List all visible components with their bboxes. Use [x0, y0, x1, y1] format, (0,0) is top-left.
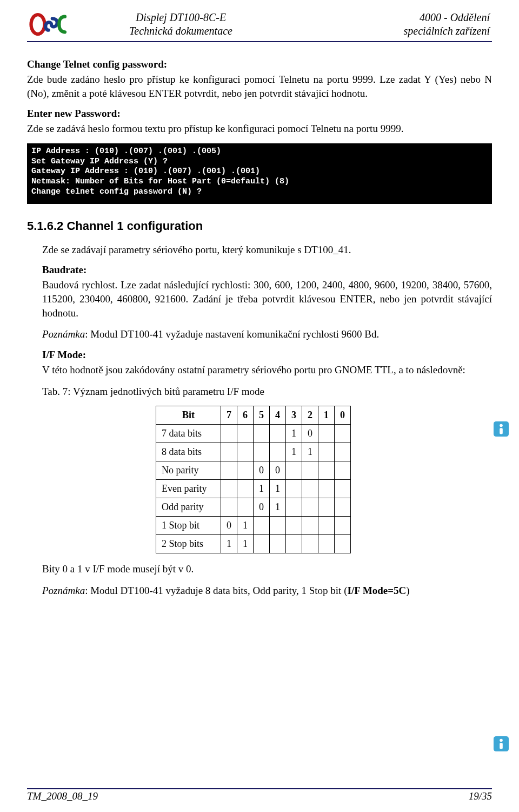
- table-row: 8 data bits11: [156, 443, 351, 461]
- table-cell: [318, 480, 335, 498]
- table-cell: [237, 425, 254, 443]
- table-row: Even parity11: [156, 480, 351, 498]
- header-left-line2: Technická dokumentace: [78, 24, 284, 38]
- page-footer: TM_2008_08_19 19/35: [27, 788, 492, 802]
- table-cell: [335, 443, 351, 461]
- table-cell: 1: [270, 498, 286, 517]
- table-cell: [318, 498, 335, 517]
- table-row: 1 Stop bit01: [156, 517, 351, 535]
- table-header-cell: 0: [335, 406, 351, 425]
- table-cell: [237, 461, 254, 480]
- table-cell: 1: [237, 535, 254, 553]
- note-ifmode-text: : Modul DT100-41 vyžaduje 8 data bits, O…: [85, 585, 347, 596]
- table-cell: [335, 461, 351, 480]
- table-cell: [221, 443, 237, 461]
- table-cell: [318, 517, 335, 535]
- table-cell: [221, 461, 237, 480]
- section-heading-channel1: 5.1.6.2 Channel 1 configuration: [27, 219, 492, 233]
- table-cell: 0: [270, 461, 286, 480]
- table-cell: [270, 443, 286, 461]
- table-cell: [302, 498, 318, 517]
- table-cell: [270, 517, 286, 535]
- table-header-cell: 4: [270, 406, 286, 425]
- paragraph-ifmode: V této hodnotě jsou zakódovány ostatní p…: [42, 363, 492, 377]
- table-row-label: 2 Stop bits: [156, 535, 221, 553]
- header-left: Displej DT100-8C-E Technická dokumentace: [78, 11, 284, 38]
- table-header-cell: 3: [286, 406, 302, 425]
- table-cell: [302, 535, 318, 553]
- note-label-2: Poznámka: [42, 585, 85, 596]
- table-header-cell: 7: [221, 406, 237, 425]
- footer-left: TM_2008_08_19: [27, 790, 98, 802]
- terminal-output: IP Address : (010) .(007) .(001) .(005) …: [27, 143, 492, 204]
- note-baudrate: Poznámka: Modul DT100-41 vyžaduje nastav…: [42, 327, 492, 341]
- table-cell: [335, 480, 351, 498]
- table-cell: [318, 461, 335, 480]
- heading-enter-password: Enter new Password:: [27, 108, 492, 120]
- table-cell: [286, 535, 302, 553]
- table-cell: [302, 461, 318, 480]
- paragraph-enter-password: Zde se zadává heslo formou textu pro pří…: [27, 122, 492, 136]
- svg-rect-6: [500, 743, 503, 749]
- table-cell: [237, 443, 254, 461]
- company-logo: [27, 11, 76, 38]
- table-cell: [318, 535, 335, 553]
- table-row: Odd parity01: [156, 498, 351, 517]
- table-cell: [270, 535, 286, 553]
- info-icon: [493, 736, 509, 752]
- footer-right: 19/35: [469, 790, 492, 802]
- table-cell: 0: [254, 498, 270, 517]
- header-right-line1: 4000 - Oddělení: [284, 11, 490, 24]
- table-cell: [286, 498, 302, 517]
- table-cell: [254, 443, 270, 461]
- table-row: 7 data bits10: [156, 425, 351, 443]
- header-right: 4000 - Oddělení speciálních zařízení: [284, 11, 492, 38]
- table-cell: [254, 517, 270, 535]
- table-cell: [270, 425, 286, 443]
- note-label: Poznámka: [42, 328, 85, 340]
- heading-baudrate: Baudrate:: [42, 264, 492, 276]
- table-cell: [286, 517, 302, 535]
- page-header: Displej DT100-8C-E Technická dokumentace…: [27, 11, 492, 42]
- note-ifmode-close: ): [406, 585, 409, 596]
- table-cell: 0: [302, 425, 318, 443]
- table-cell: [335, 517, 351, 535]
- table-row-label: 8 data bits: [156, 443, 221, 461]
- svg-point-0: [31, 15, 45, 34]
- heading-ifmode: I/F Mode:: [42, 349, 492, 361]
- header-right-line2: speciálních zařízení: [284, 24, 490, 38]
- table-cell: [286, 480, 302, 498]
- svg-point-5: [500, 739, 503, 742]
- paragraph-baudrate: Baudová rychlost. Lze zadat následující …: [42, 278, 492, 320]
- table-cell: 1: [286, 425, 302, 443]
- note-baudrate-text: : Modul DT100-41 vyžaduje nastavení komu…: [85, 328, 379, 340]
- table-header-cell: 2: [302, 406, 318, 425]
- table-cell: [335, 498, 351, 517]
- table-header-cell: Bit: [156, 406, 221, 425]
- page-body: Change Telnet config password: Zde bude …: [27, 58, 492, 597]
- table-cell: 1: [237, 517, 254, 535]
- heading-change-telnet: Change Telnet config password:: [27, 58, 492, 70]
- table-cell: [335, 425, 351, 443]
- table-cell: 0: [221, 517, 237, 535]
- table-cell: [302, 480, 318, 498]
- table-cell: [254, 535, 270, 553]
- table-header-cell: 6: [237, 406, 254, 425]
- table-cell: [221, 480, 237, 498]
- svg-rect-3: [500, 428, 503, 434]
- table-caption: Tab. 7: Význam jednotlivých bitů paramet…: [42, 385, 492, 399]
- table-cell: 1: [254, 480, 270, 498]
- header-left-line1: Displej DT100-8C-E: [78, 11, 284, 24]
- table-cell: [302, 517, 318, 535]
- table-cell: [318, 443, 335, 461]
- table-cell: [318, 425, 335, 443]
- table-cell: [221, 498, 237, 517]
- paragraph-telnet-password: Zde bude zadáno heslo pro přístup ke kon…: [27, 72, 492, 100]
- svg-point-2: [500, 424, 503, 427]
- table-cell: [221, 425, 237, 443]
- table-cell: [237, 498, 254, 517]
- table-cell: [254, 425, 270, 443]
- table-cell: 1: [221, 535, 237, 553]
- paragraph-bits01: Bity 0 a 1 v I/F mode musejí být v 0.: [42, 562, 492, 576]
- note-ifmode: Poznámka: Modul DT100-41 vyžaduje 8 data…: [42, 584, 492, 598]
